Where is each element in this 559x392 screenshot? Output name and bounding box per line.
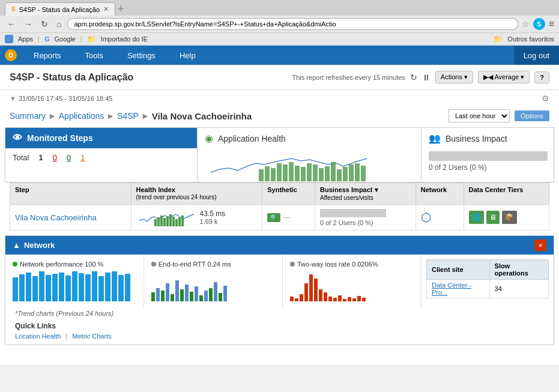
site-link[interactable]: Data Center - Pro... (432, 282, 471, 296)
quick-links-section: Quick Links Location Health | Metric Cha… (5, 319, 554, 345)
bc-s4sp[interactable]: S4SP (117, 111, 139, 121)
table-header-row: Step Health Index(trend over previous 24… (10, 183, 549, 205)
monitored-header: 👁 Monitored Steps (5, 128, 197, 148)
dc-globe-icon[interactable]: 🌐 (469, 211, 484, 224)
page-content: S4SP - Status da Aplicação This report r… (0, 65, 559, 365)
active-tab[interactable]: S S4SP - Status da Aplicação ✕ (5, 2, 115, 16)
impact-mini-bar (320, 209, 386, 217)
skype-icon[interactable]: S (533, 18, 545, 30)
reload-btn[interactable]: ↻ (38, 18, 50, 30)
bookmark-apps[interactable]: Apps (18, 35, 33, 43)
page-header: S4SP - Status da Aplicação This report r… (0, 65, 559, 90)
nav-reports[interactable]: Reports (22, 46, 73, 65)
svg-rect-18 (154, 219, 157, 226)
time-range-select[interactable]: Last one hour Last 2 hours Last 4 hours … (449, 109, 510, 122)
svg-rect-11 (325, 166, 330, 181)
rtt-area: End-to-end RTT 0.24 ms (144, 255, 283, 307)
bookmark-star[interactable]: ☆ (522, 19, 530, 29)
network-section-header: ▲ Network × (5, 236, 554, 255)
network-expand-icon[interactable]: ▲ (13, 241, 20, 250)
bc-summary[interactable]: Summary (10, 111, 46, 121)
loss-bar (309, 274, 313, 301)
menu-icon[interactable]: ≡ (549, 19, 554, 29)
sep1: | (38, 35, 40, 43)
health-header: ◉ Application Health (198, 128, 421, 149)
ql-separator: | (65, 333, 67, 340)
svg-rect-27 (181, 216, 184, 226)
svg-rect-13 (337, 169, 342, 181)
app-navigation: O Reports Tools Settings Help Log out (0, 46, 559, 65)
nav-settings[interactable]: Settings (115, 46, 168, 65)
rtt-label: End-to-end RTT 0.24 ms (159, 261, 231, 268)
loss-chart-title: Two-way loss rate 0.0206% (290, 261, 414, 268)
health-chart (198, 149, 421, 182)
filter-text: ▼ 31/05/16 17:45 - 31/05/16 18:45 (10, 95, 112, 102)
network-perf-area: Network performance 100 % (5, 255, 144, 307)
svg-rect-24 (172, 217, 175, 226)
health-chart-svg (205, 151, 373, 181)
back-btn[interactable]: ← (5, 18, 18, 30)
app-health-panel: ◉ Application Health (198, 128, 422, 182)
ql-metric-charts[interactable]: Metric Charts (72, 333, 111, 340)
rtt-bar (166, 283, 169, 301)
dc-box-icon[interactable]: 📦 (502, 211, 517, 224)
svg-rect-10 (319, 168, 324, 181)
logout-button[interactable]: Log out (514, 46, 559, 65)
bookmark-importado[interactable]: Importado do IE (101, 35, 148, 43)
rtt-bar (209, 288, 213, 301)
nav-tools[interactable]: Tools (73, 46, 115, 65)
tab-bar: S S4SP - Status da Aplicação ✕ + (0, 0, 559, 16)
svg-rect-17 (361, 166, 366, 181)
pause-icon[interactable]: ⏸ (422, 73, 431, 82)
filter-icon: ▼ (10, 95, 16, 102)
bar (105, 273, 110, 301)
help-button[interactable]: ? (534, 71, 549, 83)
dc-server-icon[interactable]: 🖥 (486, 211, 500, 224)
ql-location-health[interactable]: Location Health (15, 333, 61, 340)
health-title: Application Health (218, 134, 286, 143)
bar (98, 276, 104, 301)
bc-applications[interactable]: Applications (59, 111, 104, 121)
refresh-icon[interactable]: ↻ (410, 73, 417, 82)
business-impact-panel: 👥 Business Impact 0 of 2 Users (0 %) (422, 128, 554, 182)
trend-note: *Trend charts (Previous 24 hours) (5, 307, 554, 319)
header-right: This report refreshes every 15 minutes ↻… (292, 71, 549, 83)
svg-rect-15 (349, 164, 354, 181)
svg-rect-2 (271, 168, 276, 181)
bookmark-google[interactable]: Google (55, 35, 76, 43)
nav-help[interactable]: Help (168, 46, 208, 65)
home-btn[interactable]: ⌂ (54, 18, 64, 30)
loss-bar (324, 292, 327, 301)
network-close-button[interactable]: × (534, 240, 546, 251)
loss-bar (352, 298, 356, 301)
forward-btn[interactable]: → (22, 18, 35, 30)
th-impact: Business Impact ▾Affected users/visits (315, 183, 416, 205)
average-button[interactable]: ▶◀ Average ▾ (478, 71, 530, 83)
total-red[interactable]: 0 (53, 153, 57, 162)
url-input[interactable] (67, 18, 518, 30)
th-slow-ops: Slow operations (489, 260, 548, 280)
step-name-link[interactable]: Vila Nova Cachoeirinha (15, 213, 97, 222)
loss-bar (290, 297, 294, 301)
impact-icon: 👥 (429, 133, 441, 144)
options-button[interactable]: Options (515, 110, 549, 121)
total-orange[interactable]: 1 (80, 153, 85, 162)
net-table-header: Client site Slow operations (427, 260, 549, 280)
actions-button[interactable]: Actions ▾ (435, 71, 473, 83)
address-bar: ← → ↻ ⌂ ☆ S ≡ (0, 16, 559, 32)
synthetic-icon[interactable]: 🔍 (267, 213, 280, 222)
total-green[interactable]: 0 (67, 153, 71, 162)
network-topology-icon[interactable]: ⬡ (421, 211, 431, 224)
bar (52, 274, 58, 301)
svg-rect-8 (307, 163, 312, 181)
other-favorites[interactable]: Outros favoritos (507, 35, 554, 43)
svg-rect-3 (277, 163, 282, 181)
settings-icon[interactable]: ⚙ (542, 94, 549, 103)
svg-rect-23 (169, 214, 172, 226)
bar (85, 274, 91, 301)
ms-value: 43.5 ms (200, 210, 226, 218)
impact-bar (429, 151, 548, 161)
data-table-wrapper: Step Health Index(trend over previous 24… (0, 182, 559, 231)
tab-close-btn[interactable]: ✕ (103, 5, 109, 13)
new-tab-btn[interactable]: + (118, 3, 124, 16)
